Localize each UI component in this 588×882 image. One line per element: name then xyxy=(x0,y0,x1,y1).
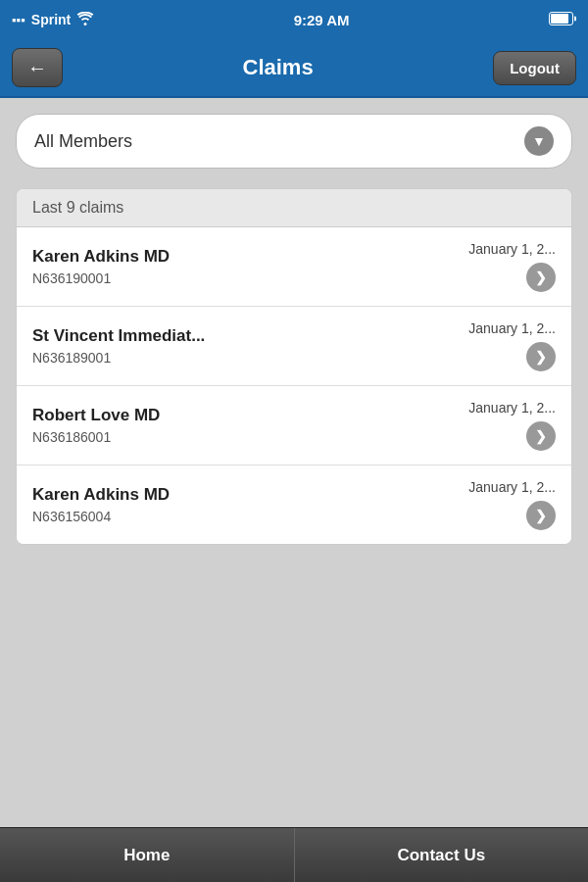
battery-icon xyxy=(549,12,576,28)
main-content: All Members ▼ Last 9 claims Karen Adkins… xyxy=(0,98,588,827)
back-button[interactable]: ← xyxy=(12,48,63,87)
claims-rows: Karen Adkins MD N636190001 January 1, 2.… xyxy=(17,227,571,544)
claim-right: January 1, 2... ❯ xyxy=(468,400,556,451)
claim-date: January 1, 2... xyxy=(468,241,556,257)
contact-nav-item[interactable]: Contact Us xyxy=(295,828,589,882)
claim-id: N636190001 xyxy=(32,270,468,286)
claim-right: January 1, 2... ❯ xyxy=(468,320,556,371)
status-left: ▪▪▪ Sprint xyxy=(12,12,94,28)
claim-id: N636156004 xyxy=(32,509,468,524)
status-bar: ▪▪▪ Sprint 9:29 AM xyxy=(0,0,588,39)
home-nav-item[interactable]: Home xyxy=(0,828,295,882)
claim-name: St Vincent Immediat... xyxy=(32,326,468,346)
claim-right: January 1, 2... ❯ xyxy=(468,479,556,530)
claim-id: N636189001 xyxy=(32,350,468,366)
claims-list-header: Last 9 claims xyxy=(17,189,571,227)
claims-list-container: Last 9 claims Karen Adkins MD N636190001… xyxy=(16,188,572,545)
chevron-right-icon: ❯ xyxy=(526,501,556,530)
chevron-right-icon: ❯ xyxy=(526,421,556,451)
claim-info: St Vincent Immediat... N636189001 xyxy=(32,326,468,366)
claim-row[interactable]: Robert Love MD N636186001 January 1, 2..… xyxy=(17,386,571,466)
bottom-nav: Home Contact Us xyxy=(0,827,588,882)
claim-info: Karen Adkins MD N636190001 xyxy=(32,247,468,286)
claim-id: N636186001 xyxy=(32,429,468,445)
claim-name: Robert Love MD xyxy=(32,406,468,425)
claim-row[interactable]: St Vincent Immediat... N636189001 Januar… xyxy=(17,307,571,386)
claim-right: January 1, 2... ❯ xyxy=(468,241,556,292)
signal-icon: ▪▪▪ xyxy=(12,13,25,27)
members-dropdown[interactable]: All Members ▼ xyxy=(16,114,572,169)
logout-button[interactable]: Logout xyxy=(493,51,576,85)
contact-label: Contact Us xyxy=(397,846,485,865)
claim-row[interactable]: Karen Adkins MD N636190001 January 1, 2.… xyxy=(17,227,571,307)
back-icon: ← xyxy=(27,57,47,79)
claim-date: January 1, 2... xyxy=(468,320,556,336)
claim-row[interactable]: Karen Adkins MD N636156004 January 1, 2.… xyxy=(17,466,571,544)
home-label: Home xyxy=(123,846,170,865)
app-header: ← Claims Logout xyxy=(0,39,588,98)
claim-date: January 1, 2... xyxy=(468,400,556,416)
chevron-right-icon: ❯ xyxy=(526,342,556,371)
svg-rect-1 xyxy=(551,14,568,24)
status-time: 9:29 AM xyxy=(294,12,350,28)
claim-info: Karen Adkins MD N636156004 xyxy=(32,485,468,524)
dropdown-arrow-icon: ▼ xyxy=(524,126,554,156)
claim-name: Karen Adkins MD xyxy=(32,485,468,505)
wifi-icon xyxy=(76,12,94,28)
claim-info: Robert Love MD N636186001 xyxy=(32,406,468,445)
chevron-right-icon: ❯ xyxy=(526,263,556,292)
page-title: Claims xyxy=(63,55,493,80)
members-label: All Members xyxy=(34,131,132,152)
claim-date: January 1, 2... xyxy=(468,479,556,495)
claim-name: Karen Adkins MD xyxy=(32,247,468,267)
carrier-label: Sprint xyxy=(31,12,71,27)
